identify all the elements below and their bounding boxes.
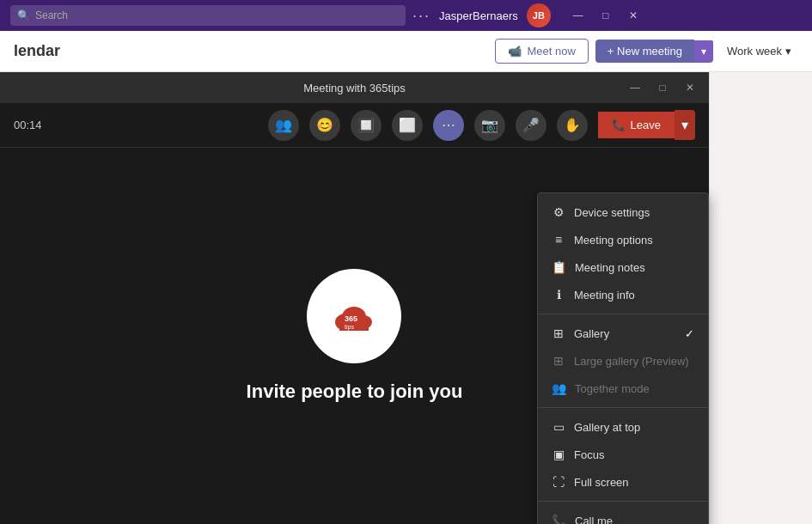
new-meeting-button[interactable]: + New meeting ▾	[595, 40, 713, 63]
options-icon: ≡	[552, 233, 565, 247]
gallery-icon: ⊞	[552, 326, 565, 340]
video-button[interactable]: 📷	[474, 110, 505, 141]
title-bar: 🔍 ··· JasperBernaers JB — □ ✕	[0, 0, 812, 31]
svg-text:365: 365	[345, 314, 357, 323]
share-icon: ⬜	[399, 117, 416, 133]
leave-button[interactable]: 📞 Leave ▾	[598, 110, 695, 140]
gallery-label: Gallery	[574, 327, 609, 340]
phone-icon: 📞	[612, 119, 626, 131]
meeting-maximize-button[interactable]: □	[650, 76, 675, 100]
calendar-title: lendar	[14, 42, 60, 60]
video-camera-icon: 📷	[481, 117, 498, 133]
mute-button[interactable]: 🎤	[516, 110, 546, 141]
info-icon: ℹ	[552, 288, 565, 302]
right-panel	[709, 72, 812, 524]
meeting-title-bar: Meeting with 365tips — □ ✕	[0, 72, 709, 103]
meeting-close-button[interactable]: ✕	[678, 76, 702, 100]
maximize-button[interactable]: □	[592, 0, 620, 31]
search-icon: 🔍	[17, 9, 30, 21]
more-button[interactable]: ⋯	[433, 110, 464, 141]
title-bar-more[interactable]: ···	[412, 7, 430, 25]
raise-hand-icon: ✋	[564, 117, 581, 133]
new-meeting-dropdown-arrow[interactable]: ▾	[694, 40, 713, 63]
calendar-bar: lendar 📹 Meet now + New meeting ▾ Work w…	[0, 31, 812, 72]
meeting-title: Meeting with 365tips	[303, 82, 406, 94]
calendar-bar-right: 📹 Meet now + New meeting ▾ Work week ▾	[495, 39, 798, 64]
meeting-minimize-button[interactable]: —	[623, 76, 647, 100]
menu-item-large-gallery: ⊞ Large gallery (Preview)	[538, 347, 708, 375]
notes-icon: 📋	[552, 260, 566, 274]
meeting-time: 00:14	[14, 119, 42, 131]
raise-hand-button[interactable]: ✋	[557, 110, 588, 141]
meeting-toolbar: 00:14 👥 😊 🔲 ⬜ ⋯ 📷	[0, 103, 709, 148]
focus-icon: ▣	[552, 448, 565, 461]
menu-item-full-screen[interactable]: ⛶ Full screen	[538, 468, 708, 496]
menu-item-meeting-options[interactable]: ≡ Meeting options	[538, 226, 708, 253]
meet-now-button[interactable]: 📹 Meet now	[495, 39, 588, 64]
menu-divider-3	[538, 501, 708, 502]
dropdown-menu: ⚙ Device settings ≡ Meeting options 📋 Me…	[537, 192, 709, 524]
apps-button[interactable]: 🔲	[351, 110, 382, 141]
menu-item-gallery[interactable]: ⊞ Gallery ✓	[538, 320, 708, 347]
meeting-title-controls: — □ ✕	[623, 76, 702, 100]
menu-item-meeting-info[interactable]: ℹ Meeting info	[538, 281, 708, 308]
meeting-info-label: Meeting info	[574, 289, 635, 302]
logo-inner: 365 tips	[333, 298, 375, 334]
full-screen-icon: ⛶	[552, 475, 565, 489]
username-label: JasperBernaers	[439, 9, 518, 22]
main-area: Meeting with 365tips — □ ✕ 00:14 👥 😊	[0, 72, 812, 524]
leave-label: Leave	[631, 119, 661, 131]
gear-icon: ⚙	[552, 205, 565, 219]
menu-item-focus[interactable]: ▣ Focus	[538, 441, 708, 468]
call-icon: 📞	[552, 514, 566, 524]
meeting-options-label: Meeting options	[574, 234, 653, 247]
search-bar[interactable]: 🔍	[10, 5, 406, 26]
avatar[interactable]: JB	[527, 3, 551, 27]
close-button[interactable]: ✕	[620, 0, 647, 31]
work-week-button[interactable]: Work week ▾	[720, 41, 798, 61]
chevron-down-icon: ▾	[785, 45, 791, 58]
invite-content: 365 tips Invite people to join you	[247, 269, 463, 403]
video-icon: 📹	[508, 45, 522, 58]
logo-circle: 365 tips	[307, 269, 401, 363]
menu-divider-2	[538, 407, 708, 408]
menu-divider-1	[538, 314, 708, 314]
title-bar-right: ··· JasperBernaers JB	[412, 3, 551, 27]
share-button[interactable]: ⬜	[392, 110, 423, 141]
leave-dropdown-arrow[interactable]: ▾	[675, 110, 695, 140]
calendar-panel: Meeting with 365tips — □ ✕ 00:14 👥 😊	[0, 72, 812, 524]
menu-item-meeting-notes[interactable]: 📋 Meeting notes	[538, 253, 708, 281]
meeting-notes-label: Meeting notes	[575, 261, 645, 274]
participants-button[interactable]: 👥	[268, 110, 299, 141]
participants-icon: 👥	[275, 117, 292, 133]
meet-now-label: Meet now	[527, 45, 575, 58]
large-gallery-label: Large gallery (Preview)	[574, 355, 689, 368]
menu-item-device-settings[interactable]: ⚙ Device settings	[538, 198, 708, 226]
new-meeting-main[interactable]: + New meeting	[595, 40, 694, 63]
reactions-button[interactable]: 😊	[309, 110, 340, 141]
check-icon: ✓	[685, 327, 694, 340]
search-input[interactable]	[35, 9, 399, 21]
microphone-icon: 🎤	[522, 117, 540, 133]
large-gallery-icon: ⊞	[552, 354, 565, 368]
title-bar-controls: — □ ✕	[565, 0, 647, 31]
reactions-icon: 😊	[316, 117, 333, 133]
invite-text: Invite people to join you	[247, 381, 463, 403]
menu-item-gallery-top[interactable]: ▭ Gallery at top	[538, 413, 708, 441]
svg-text:tips: tips	[345, 324, 354, 331]
apps-icon: 🔲	[357, 117, 375, 133]
cloud-logo-svg: 365 tips	[333, 298, 375, 334]
more-icon: ⋯	[442, 117, 455, 133]
focus-label: Focus	[574, 448, 604, 461]
minimize-button[interactable]: —	[565, 0, 592, 31]
menu-item-together-mode: 👥 Together mode	[538, 375, 708, 402]
leave-main[interactable]: 📞 Leave	[598, 112, 675, 138]
gallery-top-label: Gallery at top	[574, 421, 640, 434]
device-settings-label: Device settings	[574, 206, 650, 219]
together-mode-label: Together mode	[575, 382, 650, 395]
together-mode-icon: 👥	[552, 381, 566, 395]
call-me-label: Call me	[575, 515, 613, 525]
full-screen-label: Full screen	[574, 476, 629, 489]
gallery-top-icon: ▭	[552, 420, 565, 434]
menu-item-call-me[interactable]: 📞 Call me	[538, 507, 708, 524]
